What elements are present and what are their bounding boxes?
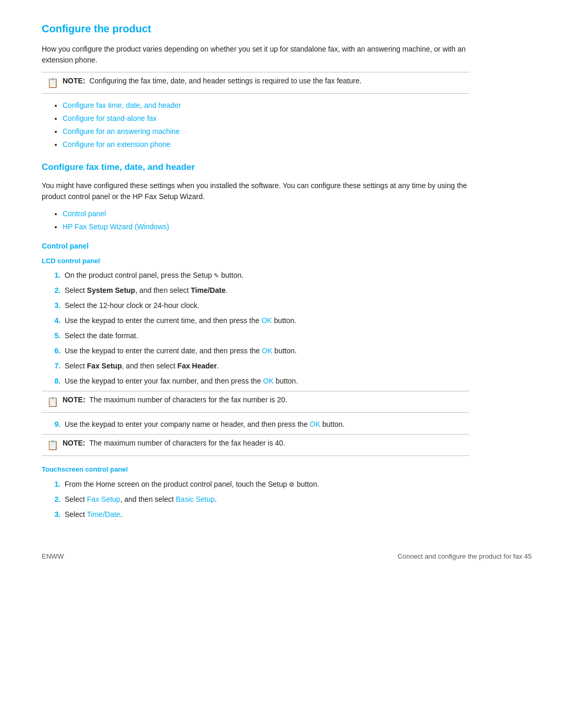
list-item: Configure for stand-alone fax bbox=[63, 113, 532, 124]
link-configure-fax-time[interactable]: Configure fax time, date, and header bbox=[63, 101, 181, 109]
note-text-1: NOTE: Configuring the fax time, date, an… bbox=[63, 76, 362, 87]
lcd-step-2: Select System Setup, and then select Tim… bbox=[63, 285, 532, 296]
control-panel-heading: Control panel bbox=[42, 241, 532, 252]
list-item: Configure fax time, date, and header bbox=[63, 100, 532, 111]
time-date-link[interactable]: Time/Date bbox=[87, 510, 120, 519]
touchscreen-steps-list: From the Home screen on the product cont… bbox=[63, 479, 532, 520]
link-configure-extension[interactable]: Configure for an extension phone bbox=[63, 140, 170, 149]
touchscreen-step-2: Select Fax Setup, and then select Basic … bbox=[63, 494, 532, 505]
link-configure-standalone[interactable]: Configure for stand-alone fax bbox=[63, 114, 157, 122]
lcd-steps-list: On the product control panel, press the … bbox=[63, 270, 532, 387]
note-box-3: 📋 NOTE: The maximum number of characters… bbox=[42, 434, 469, 456]
lcd-step-7: Select Fax Setup, and then select Fax He… bbox=[63, 361, 532, 372]
lcd-step-6: Use the keypad to enter the current date… bbox=[63, 346, 532, 356]
note-icon-3: 📋 bbox=[47, 438, 58, 452]
setup-icon-2: ⚙ bbox=[289, 481, 295, 488]
basic-setup-link[interactable]: Basic Setup bbox=[176, 495, 215, 503]
footer-left: ENWW bbox=[42, 551, 64, 562]
lcd-step-4: Use the keypad to enter the current time… bbox=[63, 315, 532, 326]
list-item: HP Fax Setup Wizard (Windows) bbox=[63, 221, 532, 232]
lcd-step9-list: Use the keypad to enter your company nam… bbox=[63, 419, 532, 430]
lcd-step-3: Select the 12-hour clock or 24-hour cloc… bbox=[63, 300, 532, 311]
section2-title: Configure fax time, date, and header bbox=[42, 161, 532, 174]
subsection-touchscreen: Touchscreen control panel From the Home … bbox=[42, 464, 532, 520]
ok-link-2[interactable]: OK bbox=[262, 347, 272, 355]
list-item: Control panel bbox=[63, 208, 532, 219]
note-box-1: 📋 NOTE: Configuring the fax time, date, … bbox=[42, 72, 469, 94]
section2-intro: You might have configured these settings… bbox=[42, 180, 469, 202]
list-item: Configure for an extension phone bbox=[63, 139, 532, 150]
link-configure-answering[interactable]: Configure for an answering machine bbox=[63, 127, 180, 135]
touchscreen-step-3: Select Time/Date. bbox=[63, 509, 532, 520]
note-box-2: 📋 NOTE: The maximum number of characters… bbox=[42, 391, 469, 413]
section2-links-list: Control panel HP Fax Setup Wizard (Windo… bbox=[63, 208, 532, 232]
fax-setup-link[interactable]: Fax Setup bbox=[87, 495, 120, 503]
setup-icon-1: ✎ bbox=[214, 272, 219, 279]
note-icon-2: 📋 bbox=[47, 395, 58, 409]
page-footer: ENWW Connect and configure the product f… bbox=[42, 551, 532, 562]
note-text-2: NOTE: The maximum number of characters f… bbox=[63, 394, 287, 405]
note-icon-1: 📋 bbox=[47, 76, 58, 90]
intro-text: How you configure the product varies dep… bbox=[42, 44, 469, 66]
subsection-control-panel: Control panel LCD control panel On the p… bbox=[42, 241, 532, 520]
page-container: Configure the product How you configure … bbox=[42, 21, 532, 561]
bullet-links-list: Configure fax time, date, and header Con… bbox=[63, 100, 532, 150]
link-control-panel[interactable]: Control panel bbox=[63, 209, 106, 218]
section-configure-product: Configure the product How you configure … bbox=[42, 21, 532, 150]
touchscreen-heading: Touchscreen control panel bbox=[42, 464, 532, 475]
note-text-3: NOTE: The maximum number of characters f… bbox=[63, 438, 285, 449]
subsection-lcd: LCD control panel On the product control… bbox=[42, 256, 532, 456]
lcd-step-1: On the product control panel, press the … bbox=[63, 270, 532, 281]
lcd-step-8: Use the keypad to enter your fax number,… bbox=[63, 376, 532, 387]
ok-link-3[interactable]: OK bbox=[263, 377, 274, 385]
touchscreen-step-1: From the Home screen on the product cont… bbox=[63, 479, 532, 490]
lcd-heading: LCD control panel bbox=[42, 256, 532, 266]
ok-link-1[interactable]: OK bbox=[261, 316, 272, 325]
footer-right: Connect and configure the product for fa… bbox=[398, 551, 532, 562]
lcd-step-5: Select the date format. bbox=[63, 330, 532, 341]
ok-link-4[interactable]: OK bbox=[310, 420, 320, 428]
section-configure-fax-time: Configure fax time, date, and header You… bbox=[42, 161, 532, 520]
list-item: Configure for an answering machine bbox=[63, 126, 532, 137]
main-title: Configure the product bbox=[42, 21, 532, 36]
link-hp-fax-wizard[interactable]: HP Fax Setup Wizard (Windows) bbox=[63, 223, 169, 231]
lcd-step-9: Use the keypad to enter your company nam… bbox=[63, 419, 532, 430]
